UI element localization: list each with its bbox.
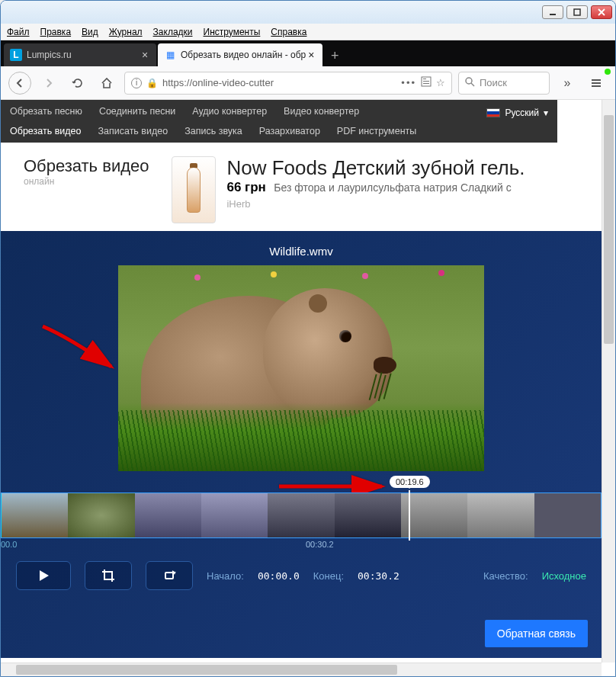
svg-rect-9 <box>592 85 601 87</box>
timeline[interactable]: 00:19.6 00.0 00 <box>1 493 602 538</box>
reader-mode-icon[interactable] <box>421 76 432 89</box>
nav-pdf-tools[interactable]: PDF инструменты <box>337 126 416 136</box>
menu-view[interactable]: Вид <box>82 27 98 37</box>
window-maximize-button[interactable] <box>566 5 588 19</box>
timeline-start-time: 00.0 <box>1 540 17 549</box>
timeline-thumb[interactable] <box>534 493 601 537</box>
menu-bookmarks[interactable]: Закладки <box>153 27 193 37</box>
favicon-lumpics: L <box>10 49 22 61</box>
forward-button[interactable] <box>37 72 60 95</box>
playhead[interactable] <box>409 490 410 541</box>
chevron-down-icon: ▾ <box>544 107 548 118</box>
page-actions-icon[interactable]: ••• <box>401 77 416 88</box>
search-placeholder: Поиск <box>480 77 507 88</box>
svg-rect-5 <box>423 83 429 84</box>
feedback-button[interactable]: Обратная связь <box>485 620 588 647</box>
end-label: Конец: <box>313 570 344 582</box>
search-box[interactable]: Поиск <box>458 72 550 95</box>
end-time-value[interactable]: 00:30.2 <box>358 570 399 582</box>
close-icon[interactable]: × <box>306 50 316 60</box>
nav-unarchiver[interactable]: Разархиватор <box>259 126 320 136</box>
nav-video-converter[interactable]: Видео конвертер <box>284 106 359 117</box>
horizontal-scrollbar[interactable] <box>1 663 602 676</box>
tabstrip: L Lumpics.ru × ▦ Обрезать видео онлайн -… <box>1 40 615 66</box>
tab-label: Lumpics.ru <box>27 50 140 60</box>
favicon-film-icon: ▦ <box>164 49 176 61</box>
svg-rect-7 <box>592 79 601 81</box>
page-content: Обрезать песню Соединить песни Аудио кон… <box>1 100 615 676</box>
page-title: Обрезать видео <box>24 156 149 176</box>
crop-button[interactable] <box>85 561 132 590</box>
timeline-thumb[interactable] <box>467 493 534 537</box>
tab-lumpics[interactable]: L Lumpics.ru × <box>4 43 156 66</box>
reload-button[interactable] <box>66 72 89 95</box>
back-button[interactable] <box>8 72 31 95</box>
window-close-button[interactable] <box>591 5 612 19</box>
menu-file[interactable]: Файл <box>7 27 30 37</box>
close-icon[interactable]: × <box>140 50 150 60</box>
home-button[interactable] <box>95 72 118 95</box>
svg-rect-0 <box>550 14 556 15</box>
nav-cut-video[interactable]: Обрезать видео <box>10 126 81 136</box>
nav-record-audio[interactable]: Запись звука <box>184 126 242 136</box>
start-time-value[interactable]: 00:00.0 <box>258 570 300 582</box>
video-filename: Wildlife.wmv <box>1 245 602 258</box>
nav-audio-converter[interactable]: Аудио конвертер <box>192 106 267 117</box>
language-selector[interactable]: Русский ▾ <box>486 107 548 118</box>
video-cutter: Wildlife.wmv <box>1 231 602 658</box>
quality-label: Качество: <box>483 570 528 582</box>
timeline-thumb[interactable] <box>2 493 68 537</box>
info-icon[interactable]: i <box>131 78 142 88</box>
timeline-thumb[interactable] <box>268 493 334 537</box>
svg-rect-8 <box>592 82 601 84</box>
menu-help[interactable]: Справка <box>271 27 306 37</box>
playhead-time-bubble: 00:19.6 <box>390 476 430 488</box>
menubar: Файл Правка Вид Журнал Закладки Инструме… <box>1 24 615 40</box>
annotation-arrow-1 <box>39 322 123 379</box>
app-menu-button[interactable] <box>585 72 608 95</box>
timeline-thumb[interactable] <box>68 493 134 537</box>
tab-video-cutter[interactable]: ▦ Обрезать видео онлайн - обр × <box>158 43 322 66</box>
ad-title: Now Foods Детский зубной гель. <box>226 156 525 180</box>
timeline-thumb[interactable] <box>201 493 268 537</box>
svg-rect-10 <box>165 573 173 579</box>
bookmark-star-icon[interactable]: ☆ <box>436 77 445 88</box>
vertical-scrollbar[interactable] <box>602 100 615 663</box>
navbar: i 🔒 https://online-video-cutter ••• ☆ По… <box>1 66 615 100</box>
new-tab-button[interactable]: + <box>324 45 345 66</box>
svg-rect-4 <box>423 81 429 82</box>
timeline-mid-time: 00:30.2 <box>306 540 334 549</box>
lock-icon: 🔒 <box>146 78 158 88</box>
tab-label: Обрезать видео онлайн - обр <box>181 50 306 60</box>
menu-history[interactable]: Журнал <box>109 27 143 37</box>
controls-row: Начало: 00:00.0 Конец: 00:30.2 Качество:… <box>1 538 602 590</box>
nav-cut-song[interactable]: Обрезать песню <box>10 106 82 117</box>
overflow-menu-button[interactable]: » <box>556 72 579 95</box>
timeline-thumb[interactable] <box>135 493 201 537</box>
ad-source: iHerb <box>226 198 525 210</box>
window-titlebar <box>1 1 615 24</box>
ad-description: Без фтора и лаурилсульфата натрия Сладки… <box>274 181 512 194</box>
window-minimize-button[interactable] <box>542 5 563 19</box>
timeline-thumb[interactable] <box>335 493 401 537</box>
site-nav: Обрезать песню Соединить песни Аудио кон… <box>1 100 557 143</box>
svg-rect-3 <box>423 79 426 79</box>
url-text: https://online-video-cutter <box>162 77 396 88</box>
search-icon <box>465 77 475 89</box>
svg-point-6 <box>466 78 472 84</box>
video-preview[interactable] <box>118 265 484 471</box>
play-button[interactable] <box>16 561 71 590</box>
ad-block[interactable]: Now Foods Детский зубной гель. 66 грн Бе… <box>172 156 525 223</box>
url-bar[interactable]: i 🔒 https://online-video-cutter ••• ☆ <box>124 72 452 95</box>
quality-value[interactable]: Исходное <box>542 570 586 582</box>
svg-rect-1 <box>574 9 580 15</box>
ad-image <box>172 156 216 223</box>
timeline-thumb[interactable] <box>401 493 467 537</box>
menu-tools[interactable]: Инструменты <box>204 27 261 37</box>
nav-record-video[interactable]: Записать видео <box>98 126 168 136</box>
start-label: Начало: <box>207 570 244 582</box>
nav-join-songs[interactable]: Соединить песни <box>99 106 175 117</box>
ad-price: 66 грн <box>226 180 265 194</box>
menu-edit[interactable]: Правка <box>40 27 72 37</box>
rotate-button[interactable] <box>146 561 193 590</box>
